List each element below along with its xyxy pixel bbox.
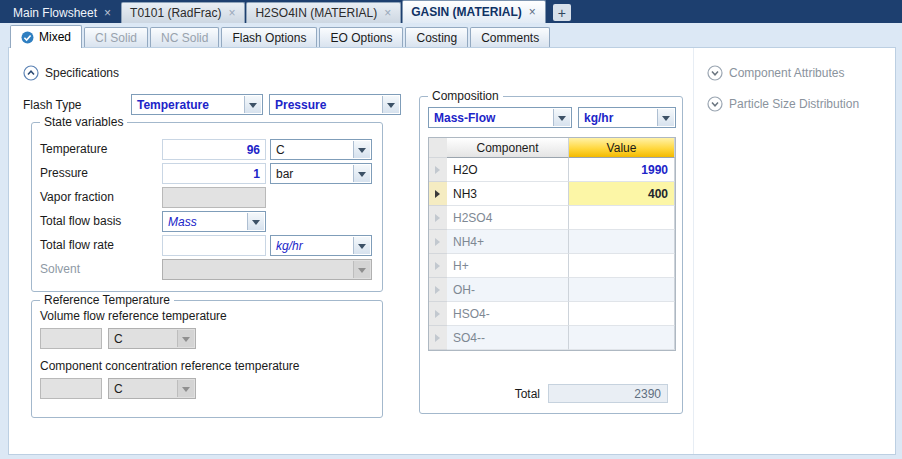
temperature-label: Temperature	[40, 142, 107, 156]
tab-label: H2SO4IN (MATERIAL)	[255, 6, 377, 20]
row-selector[interactable]	[429, 278, 447, 302]
new-tab-button[interactable]: +	[553, 4, 571, 21]
component-cell[interactable]: SO4--	[447, 326, 569, 350]
tab-label: Mixed	[39, 30, 71, 44]
flash-type-value-2: Pressure	[275, 98, 326, 112]
component-conc-ref-input	[40, 378, 102, 399]
tab-eo-options[interactable]: EO Options	[319, 27, 403, 47]
aspen-window: Main Flowsheet × T0101 (RadFrac) × H2SO4…	[0, 0, 902, 459]
row-selector[interactable]	[429, 158, 447, 182]
group-title: State variables	[40, 115, 127, 129]
tab-label: GASIN (MATERIAL)	[411, 5, 521, 19]
component-cell[interactable]: H2O	[447, 158, 569, 182]
tab-t0101-radfrac[interactable]: T0101 (RadFrac) ×	[121, 2, 245, 23]
chevron-down-circle-icon	[707, 65, 723, 81]
total-flow-rate-label: Total flow rate	[40, 238, 114, 252]
tab-main-flowsheet[interactable]: Main Flowsheet ×	[5, 2, 120, 23]
table-row: NH3 400	[429, 182, 675, 206]
total-flow-basis-label: Total flow basis	[40, 214, 121, 228]
section-title: Particle Size Distribution	[729, 97, 859, 111]
close-icon[interactable]: ×	[383, 8, 392, 18]
vapor-fraction-input	[162, 187, 266, 208]
flash-type-value: Temperature	[137, 98, 209, 112]
row-selector[interactable]	[429, 254, 447, 278]
row-selector[interactable]	[429, 182, 447, 206]
row-selector[interactable]	[429, 230, 447, 254]
value-cell[interactable]	[569, 206, 675, 230]
value-cell[interactable]	[569, 230, 675, 254]
form-frame: Mixed CI Solid NC Solid Flash Options EO…	[0, 23, 902, 459]
reference-temperature-group: Reference Temperature Volume flow refere…	[31, 300, 383, 418]
corner-cell	[429, 138, 447, 158]
component-cell[interactable]: NH3	[447, 182, 569, 206]
composition-units-select[interactable]: kg/hr	[578, 107, 676, 128]
tab-comments[interactable]: Comments	[470, 27, 550, 47]
value-cell[interactable]: 1990	[569, 158, 675, 182]
component-cell[interactable]: NH4+	[447, 230, 569, 254]
section-title: Component Attributes	[729, 66, 844, 80]
table-row: NH4+	[429, 230, 675, 254]
close-icon[interactable]: ×	[227, 8, 236, 18]
pressure-unit-select[interactable]: bar	[270, 163, 372, 184]
tab-nc-solid: NC Solid	[150, 27, 219, 47]
composition-table: Component Value H2O 1990 NH3 400	[428, 137, 676, 351]
vapor-fraction-label: Vapor fraction	[40, 190, 114, 204]
tab-flash-options[interactable]: Flash Options	[221, 27, 317, 47]
row-selector[interactable]	[429, 302, 447, 326]
panel-divider	[693, 48, 694, 454]
total-label: Total	[428, 387, 540, 401]
value-cell[interactable]	[569, 302, 675, 326]
value-cell[interactable]	[569, 254, 675, 278]
tab-gasin-material[interactable]: GASIN (MATERIAL) ×	[402, 0, 545, 23]
value-cell[interactable]	[569, 278, 675, 302]
tab-costing[interactable]: Costing	[405, 27, 468, 47]
form-content: Specifications Flash Type Temperature Pr…	[8, 47, 896, 455]
form-tab-bar: Mixed CI Solid NC Solid Flash Options EO…	[10, 23, 902, 48]
table-row: OH-	[429, 278, 675, 302]
row-selector[interactable]	[429, 206, 447, 230]
total-flow-rate-input[interactable]	[162, 235, 266, 256]
component-cell[interactable]: H2SO4	[447, 206, 569, 230]
particle-size-distribution-toggle[interactable]: Particle Size Distribution	[707, 96, 859, 112]
volume-flow-ref-label: Volume flow reference temperature	[40, 309, 227, 323]
table-row: HSO4-	[429, 302, 675, 326]
composition-group: Composition Mass-Flow kg/hr Component Va…	[419, 96, 683, 414]
component-cell[interactable]: H+	[447, 254, 569, 278]
value-column-header[interactable]: Value	[569, 138, 675, 158]
group-title: Reference Temperature	[40, 293, 174, 307]
pressure-input[interactable]: 1	[162, 163, 266, 184]
section-title: Specifications	[45, 66, 119, 80]
flash-type-select[interactable]: Temperature	[131, 94, 263, 115]
tab-label: NC Solid	[161, 31, 208, 45]
total-flow-rate-unit-select[interactable]: kg/hr	[270, 235, 372, 256]
composition-basis-select[interactable]: Mass-Flow	[428, 107, 572, 128]
component-attributes-toggle[interactable]: Component Attributes	[707, 65, 844, 81]
component-cell[interactable]: OH-	[447, 278, 569, 302]
check-icon	[21, 31, 34, 44]
close-icon[interactable]: ×	[528, 7, 537, 17]
flash-type-select-2[interactable]: Pressure	[269, 94, 401, 115]
value-cell[interactable]: 400	[569, 182, 675, 206]
state-variables-group: State variables Temperature 96 C Pressur…	[31, 122, 383, 292]
value-cell[interactable]	[569, 326, 675, 350]
tab-h2so4in-material[interactable]: H2SO4IN (MATERIAL) ×	[246, 2, 401, 23]
tab-label: T0101 (RadFrac)	[130, 6, 221, 20]
table-row: H2SO4	[429, 206, 675, 230]
component-column-header[interactable]: Component	[447, 138, 569, 158]
tab-label: Comments	[481, 31, 539, 45]
table-row: H+	[429, 254, 675, 278]
component-cell[interactable]: HSO4-	[447, 302, 569, 326]
temperature-input[interactable]: 96	[162, 139, 266, 160]
temperature-unit-select[interactable]: C	[270, 139, 372, 160]
row-selector[interactable]	[429, 326, 447, 350]
component-conc-ref-unit-select: C	[108, 378, 196, 399]
specifications-section-toggle[interactable]: Specifications	[23, 65, 119, 81]
table-row: H2O 1990	[429, 158, 675, 182]
total-flow-basis-select[interactable]: Mass	[162, 211, 266, 232]
flash-type-label: Flash Type	[23, 98, 81, 112]
solvent-select	[162, 259, 372, 280]
volume-flow-ref-unit-select: C	[108, 328, 196, 349]
chevron-up-circle-icon	[23, 65, 39, 81]
tab-mixed[interactable]: Mixed	[10, 25, 82, 48]
close-icon[interactable]: ×	[103, 8, 112, 18]
